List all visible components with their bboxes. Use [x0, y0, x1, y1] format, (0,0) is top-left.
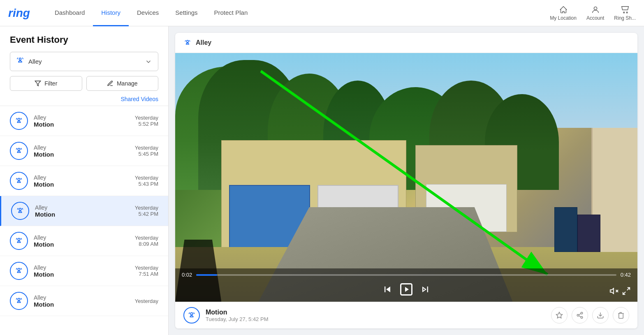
next-frame-button[interactable] — [417, 281, 433, 298]
prev-frame-icon — [382, 284, 393, 295]
svg-point-9 — [18, 238, 20, 241]
nav-right: My Location Account Ring Sh... — [550, 5, 636, 21]
svg-point-8 — [19, 208, 21, 210]
shop-icon — [621, 5, 630, 14]
favorite-button[interactable] — [551, 307, 568, 323]
event-name-5: Alley — [34, 234, 135, 241]
event-name-7: Alley — [34, 294, 135, 301]
manage-button[interactable]: Manage — [86, 76, 159, 91]
event-icon-2 — [10, 142, 28, 160]
filter-row: Filter Manage — [10, 76, 158, 91]
account-icon — [591, 5, 600, 14]
event-list: Alley Motion Yesterday 5:52 PM Alley Mot… — [0, 106, 168, 335]
event-time-6: Yesterday 7:51 AM — [135, 265, 158, 277]
event-icon-3 — [10, 172, 28, 190]
nav-devices[interactable]: Devices — [129, 0, 167, 26]
video-controls: 0:02 0:42 — [175, 268, 637, 302]
total-time-label: 0:42 — [621, 272, 631, 278]
event-item-3[interactable]: Alley Motion Yesterday 5:43 PM — [0, 166, 168, 196]
delete-icon — [617, 312, 625, 319]
prev-frame-button[interactable] — [379, 281, 396, 298]
manage-icon — [107, 80, 114, 87]
video-panel-header: Alley — [175, 33, 637, 53]
event-time-5: Yesterday 8:09 AM — [135, 235, 158, 247]
nav-dashboard[interactable]: Dashboard — [46, 0, 93, 26]
event-icon-7 — [10, 292, 28, 310]
play-button[interactable] — [399, 282, 414, 297]
svg-point-3 — [19, 58, 21, 60]
event-time-1: Yesterday 5:52 PM — [135, 115, 158, 127]
account-nav[interactable]: Account — [586, 5, 604, 21]
home-icon — [559, 5, 568, 14]
event-time-7: Yesterday — [135, 298, 158, 304]
video-panel-device-name: Alley — [196, 39, 211, 46]
footer-actions — [551, 307, 629, 323]
video-footer: Motion Tuesday, July 27, 5:42 PM — [175, 302, 637, 328]
progress-bar-row: 0:02 0:42 — [182, 272, 631, 278]
nav-settings[interactable]: Settings — [167, 0, 206, 26]
event-time-3: Yesterday 5:43 PM — [135, 175, 158, 187]
event-name-4: Alley — [35, 204, 135, 211]
event-type-1: Motion — [34, 121, 135, 128]
svg-point-12 — [187, 40, 189, 42]
svg-point-21 — [190, 313, 193, 315]
sidebar-title: Event History — [10, 35, 158, 45]
svg-line-19 — [627, 288, 630, 290]
event-type-6: Motion — [34, 271, 135, 278]
event-name-2: Alley — [34, 144, 135, 151]
event-icon-1 — [10, 112, 28, 130]
filter-icon — [35, 80, 41, 87]
event-type-2: Motion — [34, 151, 135, 158]
event-name-1: Alley — [34, 114, 135, 121]
main-content: Alley — [169, 26, 644, 335]
video-panel: Alley — [175, 33, 637, 328]
download-icon — [597, 312, 604, 319]
motion-sensor-icon — [16, 56, 24, 67]
playback-controls — [182, 280, 631, 298]
svg-point-25 — [581, 317, 583, 319]
top-navigation: ring Dashboard History Devices Settings … — [0, 0, 644, 26]
chevron-down-icon — [145, 58, 152, 65]
delete-button[interactable] — [613, 307, 629, 323]
fullscreen-button[interactable] — [622, 286, 631, 297]
event-item-5[interactable]: Alley Motion Yesterday 8:09 AM — [0, 226, 168, 256]
download-button[interactable] — [592, 307, 609, 323]
trash-bin-2 — [554, 207, 577, 252]
svg-point-24 — [577, 314, 579, 317]
event-item-7[interactable]: Alley Motion Yesterday — [0, 286, 168, 316]
video-wrapper: 0:02 0:42 — [175, 53, 637, 302]
ring-logo: ring — [8, 7, 30, 20]
footer-info: Motion Tuesday, July 27, 5:42 PM — [206, 309, 551, 322]
my-location-nav[interactable]: My Location — [550, 5, 577, 21]
event-icon-5 — [10, 232, 28, 250]
shared-videos-link[interactable]: Shared Videos — [10, 96, 158, 106]
device-selector[interactable]: Alley — [10, 52, 158, 71]
event-item-1[interactable]: Alley Motion Yesterday 5:52 PM — [0, 106, 168, 136]
nav-protect-plan[interactable]: Protect Plan — [206, 0, 256, 26]
event-type-4: Motion — [35, 211, 135, 218]
svg-marker-22 — [556, 312, 563, 318]
mute-button[interactable] — [609, 286, 619, 297]
svg-line-20 — [623, 292, 625, 294]
share-icon — [576, 312, 584, 319]
event-item-2[interactable]: Alley Motion Yesterday 5:45 PM — [0, 136, 168, 166]
progress-track[interactable] — [196, 274, 616, 276]
event-name-3: Alley — [34, 174, 135, 181]
event-type-5: Motion — [34, 241, 135, 248]
filter-button[interactable]: Filter — [10, 76, 82, 91]
svg-marker-16 — [405, 287, 409, 292]
sidebar-header: Event History Alley Filter Manage — [0, 26, 168, 106]
trash-bin-1 — [577, 215, 600, 252]
event-item-6[interactable]: Alley Motion Yesterday 7:51 AM — [0, 256, 168, 286]
footer-event-icon — [183, 307, 200, 323]
event-icon-6 — [10, 262, 28, 280]
ring-shop-nav[interactable]: Ring Sh... — [614, 5, 636, 21]
footer-event-type: Motion — [206, 309, 551, 316]
svg-line-27 — [579, 314, 581, 315]
selected-device-name: Alley — [28, 58, 42, 65]
footer-event-date: Tuesday, July 27, 5:42 PM — [206, 316, 551, 322]
nav-history[interactable]: History — [93, 0, 129, 26]
share-button[interactable] — [572, 307, 588, 323]
event-item-4[interactable]: Alley Motion Yesterday 5:42 PM — [0, 196, 168, 226]
mute-icon — [609, 286, 619, 296]
